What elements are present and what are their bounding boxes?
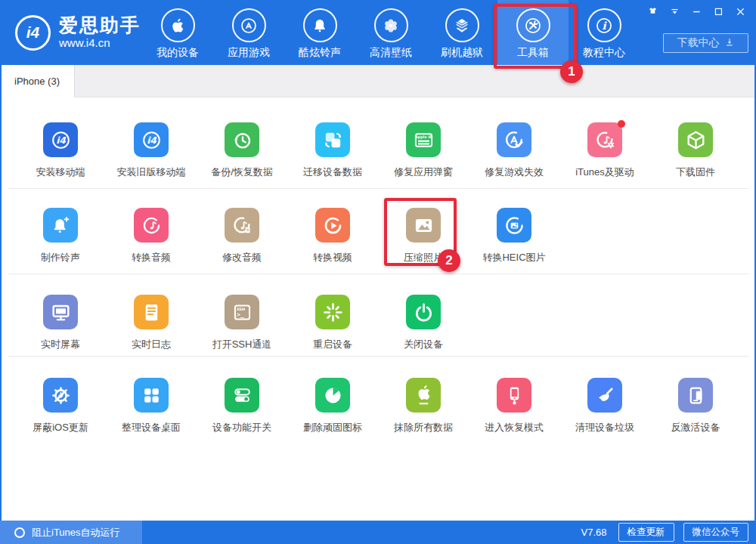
header-bar: i4 爱思助手 www.i4.cn 我的设备应用游戏酷炫铃声高清壁纸刷机越狱工具… [0,0,756,65]
window-border-left [0,65,2,544]
download-icon [724,37,735,50]
tool-enter-recovery[interactable]: 进入恢复模式 [469,357,559,521]
nav-item-apps-games[interactable]: 应用游戏 [213,0,284,65]
nav-label: 高清壁纸 [355,46,426,60]
tool-label: 反激活设备 [671,421,720,434]
i4-tools-window: i4 爱思助手 www.i4.cn 我的设备应用游戏酷炫铃声高清壁纸刷机越狱工具… [0,0,756,544]
tool-label: 备份/恢复数据 [211,165,273,179]
check-update-button[interactable]: 检查更新 [618,523,674,542]
tool-install-old-mobile[interactable]: i4安装旧版移动端 [106,97,197,188]
main-nav: 我的设备应用游戏酷炫铃声高清壁纸刷机越狱工具箱i教程中心 [142,0,640,65]
minimize-button[interactable] [688,5,705,20]
tool-download-firmware[interactable]: 下载固件 [650,97,741,188]
skin-button[interactable] [644,5,661,20]
bell-icon [303,8,337,42]
main-menu-button[interactable] [666,5,683,20]
prevent-itunes-checkbox[interactable]: 阻止iTunes自动运行 [0,521,142,544]
tool-itunes-driver[interactable]: iTunes及驱动 [559,97,650,188]
svg-text:i: i [602,19,607,31]
close-button[interactable] [732,5,748,20]
photo-icon [406,208,441,243]
maximize-icon [713,6,724,20]
tool-live-screen[interactable]: 实时屏幕 [15,274,106,356]
apple-id-card-icon: Apple ID [406,122,441,157]
wechat-account-button[interactable]: 微信公众号 [683,523,749,542]
monitor-icon [43,295,78,329]
tool-delete-stubborn-icons[interactable]: 删除顽固图标 [287,357,378,521]
tool-reboot-device[interactable]: 重启设备 [287,274,378,356]
music-circle-icon [134,208,169,243]
tool-convert-heic[interactable]: 转换HEIC图片 [469,189,559,274]
tool-feature-switch[interactable]: 设备功能开关 [197,357,287,521]
tool-fix-game[interactable]: 修复游戏失效 [469,97,559,188]
tool-make-ringtone[interactable]: 制作铃声 [15,189,106,274]
ssh-terminal-icon: SSH>_ [225,295,259,329]
tool-label: 实时屏幕 [41,338,80,351]
tool-fix-app-popup[interactable]: Apple ID修复应用弹窗 [378,97,469,188]
nav-item-toolbox[interactable]: 工具箱 [497,0,569,65]
document-icon [134,295,169,329]
tool-label: 清理设备垃圾 [575,421,634,434]
tool-label: 屏蔽iOS更新 [33,421,88,434]
nav-item-tutorials[interactable]: i教程中心 [569,0,640,65]
download-center-label: 下载中心 [677,36,720,50]
appstore-icon [232,8,266,42]
nav-label: 应用游戏 [213,46,284,60]
nav-item-wallpapers[interactable]: 高清壁纸 [355,0,426,65]
tool-label: 压缩照片 [404,251,443,264]
tool-convert-video[interactable]: 转换视频 [287,189,378,274]
tool-erase-all-data[interactable]: 抹除所有数据 [378,357,469,521]
gear-slash-icon [43,378,78,413]
tool-label: 安装移动端 [36,165,85,179]
tool-deactivate-device[interactable]: 反激活设备 [650,357,741,521]
tool-install-mobile[interactable]: i4安装移动端 [15,97,106,188]
tool-label: 重启设备 [313,338,352,351]
download-center-button[interactable]: 下载中心 [663,33,748,53]
tool-label: 转换视频 [313,251,352,264]
tool-compress-photos[interactable]: 压缩照片 [378,189,469,274]
tool-backup-restore[interactable]: 备份/恢复数据 [197,97,287,188]
tool-label: 进入恢复模式 [485,421,544,434]
nav-label: 我的设备 [142,46,213,60]
i4-logo-icon: i4 [15,15,51,51]
nav-item-flash-jailbreak[interactable]: 刷机越狱 [426,0,497,65]
svg-text:SSH: SSH [237,306,245,311]
svg-text:i4: i4 [147,135,156,146]
shirt-icon [647,6,658,20]
maximize-button[interactable] [710,5,727,20]
nav-item-my-devices[interactable]: 我的设备 [142,0,213,65]
flower-icon [374,8,408,42]
notification-dot [618,120,625,128]
radio-circle-icon [14,527,25,538]
data-transfer-icon [315,122,350,157]
tool-edit-audio[interactable]: 修改音频 [197,189,287,274]
tool-label: 修改音频 [222,251,262,264]
tool-convert-audio[interactable]: 转换音频 [106,189,197,274]
tool-label: 转换音频 [132,251,171,264]
window-controls [644,5,748,20]
tool-label: 实时日志 [132,338,171,351]
nav-item-ringtones[interactable]: 酷炫铃声 [284,0,355,65]
toolbox-grid: i4安装移动端i4安装旧版移动端备份/恢复数据迁移设备数据Apple ID修复应… [0,97,756,521]
tool-open-ssh[interactable]: SSH>_打开SSH通道 [197,274,287,356]
tool-migrate-data[interactable]: 迁移设备数据 [287,97,378,188]
tool-label: 迁移设备数据 [303,165,362,179]
pie-clock-icon [315,378,350,413]
tool-clean-junk[interactable]: 清理设备垃圾 [559,357,650,521]
tool-label: 下载固件 [676,165,715,179]
toolbox-icon [516,8,550,42]
tool-shutdown-device[interactable]: 关闭设备 [378,274,469,356]
brand-site: www.i4.cn [59,36,141,51]
music-gear-icon [587,122,622,157]
phone-duplicate-icon [678,378,713,413]
music-file-icon [225,208,259,243]
toggles-icon [225,378,259,413]
menu-caret-icon [669,6,680,20]
tool-organize-desktop[interactable]: 整理设备桌面 [106,357,197,521]
nav-label: 酷炫铃声 [284,46,355,60]
tool-block-ios-update[interactable]: 屏蔽iOS更新 [15,357,106,521]
tool-live-log[interactable]: 实时日志 [106,274,197,356]
svg-text:>_: >_ [237,311,244,318]
minimize-icon [691,6,702,20]
tab-iphone[interactable]: iPhone (3) [0,65,75,97]
